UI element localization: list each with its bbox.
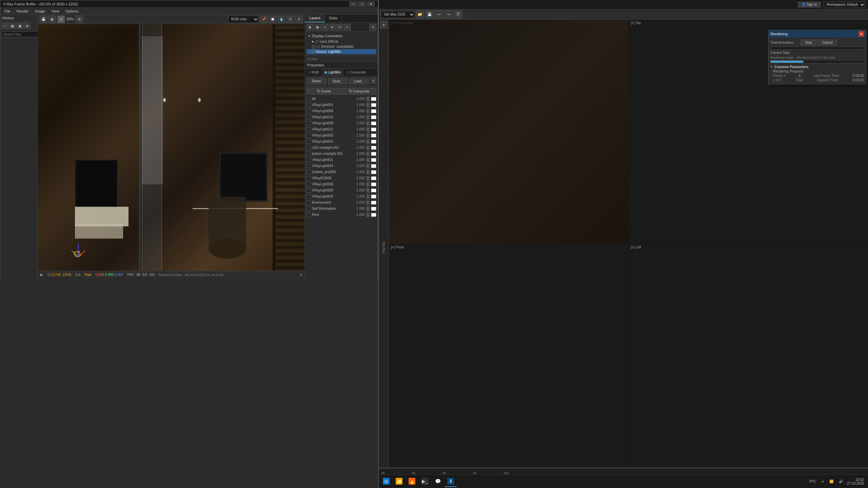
light-value-spinner[interactable]: ▲ ▼ bbox=[366, 200, 370, 205]
light-color-swatch[interactable] bbox=[371, 164, 376, 168]
spin-down-button[interactable]: ▼ bbox=[366, 197, 370, 199]
light-value-spinner[interactable]: ▲ ▼ bbox=[366, 188, 370, 193]
light-color-swatch[interactable] bbox=[371, 158, 376, 162]
layer-tb-btn-7[interactable]: ↺ bbox=[370, 24, 376, 30]
light-checkbox[interactable]: ✓ bbox=[307, 134, 311, 138]
light-color-swatch[interactable] bbox=[371, 182, 376, 186]
spin-up-button[interactable]: ▲ bbox=[366, 170, 370, 172]
light-row[interactable]: ✓ VRayLight828 1.000 ▲ ▼ bbox=[305, 187, 378, 194]
light-checkbox[interactable]: ✓ bbox=[307, 213, 311, 217]
spin-down-button[interactable]: ▼ bbox=[366, 105, 370, 107]
light-checkbox[interactable]: ✓ bbox=[307, 115, 311, 119]
spin-down-button[interactable]: ▼ bbox=[366, 190, 370, 193]
menu-image[interactable]: Image bbox=[32, 8, 48, 14]
spin-down-button[interactable]: ▼ bbox=[366, 142, 370, 144]
layer-tb-btn-5[interactable]: ⊖ bbox=[336, 24, 343, 30]
light-checkbox[interactable]: ✓ bbox=[307, 127, 311, 131]
light-checkbox[interactable]: ✓ bbox=[307, 146, 311, 150]
spin-up-button[interactable]: ▲ bbox=[366, 164, 370, 166]
spin-down-button[interactable]: ▼ bbox=[366, 172, 370, 175]
spin-up-button[interactable]: ▲ bbox=[366, 194, 370, 197]
tab-stats[interactable]: Stats bbox=[325, 15, 342, 22]
history-btn-2[interactable]: ▦ bbox=[9, 23, 16, 29]
region-button[interactable]: ⊡ bbox=[57, 16, 65, 23]
taskbar-firefox[interactable]: 🔥 bbox=[406, 476, 418, 487]
layer-tb-btn-4[interactable]: ⊕ bbox=[329, 24, 336, 30]
layer-tb-btn-6[interactable]: ↩ bbox=[344, 24, 351, 30]
spin-up-button[interactable]: ▲ bbox=[366, 182, 370, 184]
rendering-dialog-close[interactable]: ✕ bbox=[859, 31, 864, 37]
spin-down-button[interactable]: ▼ bbox=[366, 129, 370, 132]
layer-tb-btn-3[interactable]: ≡ bbox=[321, 24, 328, 30]
light-color-swatch[interactable] bbox=[371, 134, 376, 138]
light-checkbox[interactable]: ✓ bbox=[307, 97, 311, 101]
light-row[interactable]: ✓ VRayIES006 1.000 ▲ ▼ bbox=[305, 175, 378, 181]
network-icon[interactable]: 📶 bbox=[828, 480, 835, 483]
light-row[interactable]: ✓ VRayLight006 1.000 ▲ ▼ bbox=[305, 181, 378, 187]
spin-up-button[interactable]: ▲ bbox=[366, 158, 370, 160]
max-tb-redo[interactable]: ↪ bbox=[445, 11, 453, 19]
add-modifier-button[interactable]: + bbox=[380, 21, 388, 28]
light-row[interactable]: ✓ VRayLight010 1.000 ▲ ▼ bbox=[305, 114, 378, 120]
light-color-swatch[interactable] bbox=[371, 115, 376, 119]
light-value-spinner[interactable]: ▲ ▼ bbox=[366, 115, 370, 120]
tab-lightmix[interactable]: LightMix bbox=[322, 69, 343, 76]
spin-down-button[interactable]: ▼ bbox=[366, 117, 370, 120]
spin-up-button[interactable]: ▲ bbox=[366, 115, 370, 117]
menu-file[interactable]: File bbox=[2, 8, 13, 14]
light-value-spinner[interactable]: ▲ ▼ bbox=[366, 97, 370, 101]
cancel-button[interactable]: Cancel bbox=[818, 40, 837, 45]
light-value-spinner[interactable]: ▲ ▼ bbox=[366, 109, 370, 114]
light-row[interactable]: ✓ VRayLight816 1.000 ▲ ▼ bbox=[305, 139, 378, 145]
light-row[interactable]: ✓ Svblink_test066 1.000 ▲ ▼ bbox=[305, 169, 378, 175]
spin-up-button[interactable]: ▲ bbox=[366, 97, 370, 99]
history-btn-1[interactable]: □ bbox=[1, 23, 8, 29]
light-row[interactable]: ✓ VRayLight009 1.000 ▲ ▼ bbox=[305, 120, 378, 126]
spin-up-button[interactable]: ▲ bbox=[366, 212, 370, 215]
light-row[interactable]: ✓ VRayLight829 1.000 ▲ ▼ bbox=[305, 194, 378, 200]
spin-up-button[interactable]: ▲ bbox=[366, 103, 370, 105]
light-row[interactable]: ✓ VRayLight012 1.000 ▲ ▼ bbox=[305, 126, 378, 133]
light-color-swatch[interactable] bbox=[371, 207, 376, 211]
light-checkbox[interactable]: ✓ bbox=[307, 195, 311, 199]
spin-down-button[interactable]: ▼ bbox=[366, 148, 370, 150]
taskbar-messages[interactable]: 💬 bbox=[432, 476, 444, 487]
pin-button[interactable]: 📌 bbox=[260, 16, 268, 23]
light-checkbox[interactable]: ✓ bbox=[307, 170, 311, 174]
light-color-swatch[interactable] bbox=[371, 127, 376, 131]
menu-view[interactable]: View bbox=[48, 8, 62, 14]
light-checkbox[interactable]: ✓ bbox=[307, 176, 311, 180]
light-color-swatch[interactable] bbox=[371, 188, 376, 192]
light-checkbox[interactable]: ✓ bbox=[307, 121, 311, 125]
spin-down-button[interactable]: ▼ bbox=[366, 154, 370, 156]
viewport-bottom-right[interactable]: [+] Left bbox=[629, 244, 868, 468]
spin-up-button[interactable]: ▲ bbox=[366, 206, 370, 209]
spin-up-button[interactable]: ▲ bbox=[366, 188, 370, 190]
light-checkbox[interactable]: ✓ bbox=[307, 152, 311, 156]
light-row[interactable]: ✓ VRayLight803 1.000 ▲ ▼ bbox=[305, 133, 378, 139]
light-row[interactable]: ✓ bottom-vraylight-001 1.000 ▲ ▼ bbox=[305, 151, 378, 157]
workspace-select[interactable]: Workspaces: Default bbox=[824, 1, 865, 8]
light-value-spinner[interactable]: ▲ ▼ bbox=[366, 133, 370, 138]
list-button[interactable]: ≡ bbox=[370, 78, 376, 84]
version-select[interactable]: 3ds Max 2020 bbox=[381, 11, 415, 18]
layer-source-lightmix[interactable]: ⬡ Source: LightMix bbox=[307, 49, 376, 54]
minimize-button[interactable]: — bbox=[349, 1, 357, 7]
light-row[interactable]: ✓ VRayLight006 1.000 ▲ ▼ bbox=[305, 108, 378, 114]
light-value-spinner[interactable]: ▲ ▼ bbox=[366, 127, 370, 132]
tab-composite[interactable]: Composite bbox=[343, 69, 369, 76]
load-button[interactable]: Load... bbox=[349, 78, 369, 84]
spin-down-button[interactable]: ▼ bbox=[366, 178, 370, 181]
light-value-spinner[interactable]: ▲ ▼ bbox=[366, 164, 370, 168]
light-checkbox[interactable]: ✓ bbox=[307, 158, 311, 162]
spin-down-button[interactable]: ▼ bbox=[366, 99, 370, 101]
max-tb-render[interactable]: 🎬 bbox=[454, 11, 462, 19]
light-value-spinner[interactable]: ▲ ▼ bbox=[366, 145, 370, 150]
light-checkbox[interactable]: ✓ bbox=[307, 188, 311, 192]
light-value-spinner[interactable]: ▲ ▼ bbox=[366, 121, 370, 126]
light-value-spinner[interactable]: ▲ ▼ bbox=[366, 170, 370, 175]
spin-down-button[interactable]: ▼ bbox=[366, 215, 370, 217]
spin-up-button[interactable]: ▲ bbox=[366, 151, 370, 154]
light-color-swatch[interactable] bbox=[371, 170, 376, 174]
save-image-button[interactable]: 💾 bbox=[40, 16, 47, 23]
